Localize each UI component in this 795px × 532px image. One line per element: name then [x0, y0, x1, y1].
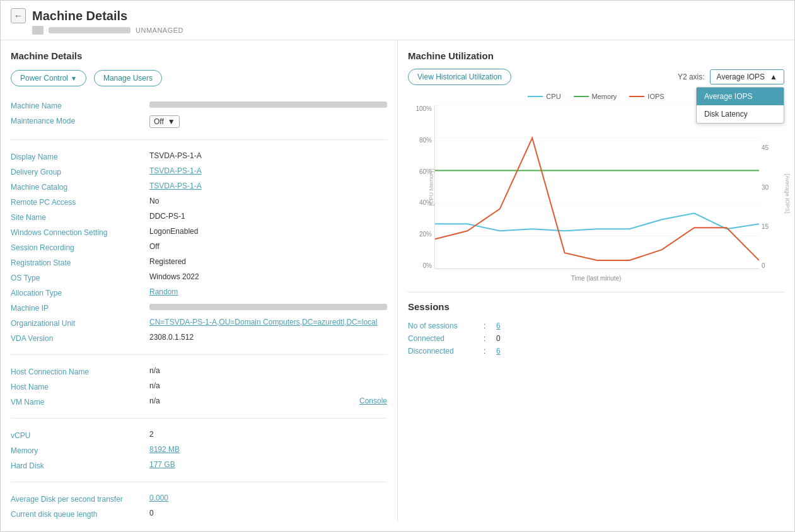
power-control-button[interactable]: Power Control ▼	[11, 70, 86, 86]
registration-state-label: Registration State	[11, 257, 149, 267]
dropdown-item-avg-iops[interactable]: Average IOPS	[697, 88, 784, 105]
sessions-section: Sessions No of sessions : 6 Connected : …	[408, 292, 784, 357]
memory-row: Memory 8192 MB	[11, 442, 387, 458]
disconnected-value[interactable]: 6	[496, 347, 501, 356]
machine-ip-label: Machine IP	[11, 303, 149, 313]
chart-svg: [CPU Memory]	[435, 105, 759, 269]
right-panel: Machine Utilization View Historical Util…	[398, 40, 794, 522]
windows-connection-row: Windows Connection Setting LogonEnabled	[11, 224, 387, 240]
y2-dropdown-wrapper: Average IOPS ▲ Average IOPS Disk Latency	[710, 69, 784, 84]
y2-dropdown-menu: Average IOPS Disk Latency	[696, 87, 784, 124]
legend-memory-label: Memory	[592, 93, 617, 100]
machine-ip-value	[149, 304, 387, 310]
machine-name-value	[149, 101, 387, 108]
host-connection-label: Host Connection Name	[11, 366, 149, 376]
machine-info: UNMANAGED	[32, 26, 784, 35]
host-name-label: Host Name	[11, 381, 149, 391]
connected-row: Connected : 0	[408, 332, 784, 345]
chart-y-axis-label-left: [CPU Memory]	[428, 168, 434, 205]
sessions-title: Sessions	[408, 301, 784, 312]
org-unit-row: Organizational Unit CN=TSVDA-PS-1-A,OU=D…	[11, 315, 387, 330]
site-name-label: Site Name	[11, 212, 149, 222]
machine-catalog-value[interactable]: TSVDA-PS-1-A	[149, 182, 387, 190]
windows-connection-value: LogonEnabled	[149, 227, 387, 236]
cpu-legend-line	[528, 96, 543, 97]
chart-x-label: Time (last minute)	[571, 275, 622, 282]
os-type-value: Windows 2022	[149, 272, 387, 281]
machine-catalog-row: Machine Catalog TSVDA-PS-1-A	[11, 179, 387, 194]
disconnected-row: Disconnected : 6	[408, 345, 784, 357]
legend-iops-label: IOPS	[647, 93, 664, 100]
org-unit-label: Organizational Unit	[11, 318, 149, 328]
avg-disk-label: Average Disk per second transfer	[11, 494, 149, 504]
y2-dropdown[interactable]: Average IOPS ▲	[710, 69, 784, 84]
back-button[interactable]: ←	[11, 8, 26, 23]
rds-license-row: Microsoft RDS License VDA and Licensing …	[11, 521, 387, 522]
chevron-down-icon: ▼	[71, 75, 77, 82]
left-panel-title: Machine Details	[11, 50, 387, 61]
disk-queue-label: Current disk queue length	[11, 509, 149, 519]
header: ← Machine Details UNMANAGED	[1, 1, 794, 40]
machine-ip-row: Machine IP	[11, 300, 387, 315]
display-name-row: Display Name TSVDA-PS-1-A	[11, 149, 387, 164]
allocation-type-value: Random	[149, 287, 387, 296]
no-of-sessions-value[interactable]: 6	[496, 321, 501, 330]
vcpu-value: 2	[149, 430, 387, 439]
connected-colon: :	[484, 334, 496, 343]
registration-state-row: Registration State Registered	[11, 255, 387, 270]
connected-value: 0	[496, 334, 501, 343]
machine-name-row: Machine Name	[11, 98, 387, 113]
vda-version-row: VDA Version 2308.0.1.512	[11, 330, 387, 345]
allocation-type-row: Allocation Type Random	[11, 285, 387, 300]
vcpu-row: vCPU 2	[11, 427, 387, 442]
page-title: Machine Details	[32, 9, 127, 23]
org-unit-value[interactable]: CN=TSVDA-PS-1-A,OU=Domain Computers,DC=a…	[149, 318, 387, 327]
hard-disk-row: Hard Disk 177 GB	[11, 458, 387, 473]
action-buttons: Power Control ▼ Manage Users	[11, 70, 387, 86]
disconnected-colon: :	[484, 347, 496, 356]
y2-selected-value: Average IOPS	[717, 72, 765, 81]
legend-cpu-label: CPU	[546, 93, 560, 100]
disk-queue-value: 0	[149, 509, 387, 518]
site-name-value: DDC-PS-1	[149, 212, 387, 221]
host-name-row: Host Name n/a	[11, 379, 387, 394]
host-name-value: n/a	[149, 381, 387, 390]
memory-label: Memory	[11, 445, 149, 455]
chart-wrapper: 100% 80% 60% 40% 20% 0%	[408, 105, 784, 282]
delivery-group-label: Delivery Group	[11, 166, 149, 176]
memory-value: 8192 MB	[149, 445, 387, 454]
chart-toolbar: View Historical Utilization Y2 axis: Ave…	[408, 69, 784, 85]
chart-y-right: 60 45 30 15 0	[759, 105, 784, 269]
no-of-sessions-colon: :	[484, 321, 496, 330]
legend-cpu: CPU	[528, 93, 560, 100]
dropdown-item-disk-latency[interactable]: Disk Latency	[697, 105, 784, 123]
manage-users-button[interactable]: Manage Users	[94, 70, 162, 86]
remote-pc-label: Remote PC Access	[11, 197, 149, 207]
session-recording-label: Session Recording	[11, 242, 149, 252]
vda-version-label: VDA Version	[11, 333, 149, 343]
allocation-type-label: Allocation Type	[11, 287, 149, 298]
no-of-sessions-label: No of sessions	[408, 321, 484, 330]
session-recording-value: Off	[149, 242, 387, 251]
vda-version-value: 2308.0.1.512	[149, 333, 387, 342]
machine-catalog-label: Machine Catalog	[11, 182, 149, 192]
console-link[interactable]: Console	[359, 396, 387, 405]
vm-name-label: VM Name	[11, 396, 149, 407]
chart-y-axis-right-label: [Average IOPS]	[784, 174, 791, 213]
site-name-row: Site Name DDC-PS-1	[11, 209, 387, 224]
delivery-group-value[interactable]: TSVDA-PS-1-A	[149, 166, 387, 175]
avg-disk-value: 0.000	[149, 494, 387, 502]
delivery-group-row: Delivery Group TSVDA-PS-1-A	[11, 164, 387, 179]
host-connection-value: n/a	[149, 366, 387, 375]
maintenance-mode-label: Maintenance Mode	[11, 115, 149, 125]
utilization-title: Machine Utilization	[408, 50, 784, 61]
windows-connection-label: Windows Connection Setting	[11, 227, 149, 237]
display-name-value: TSVDA-PS-1-A	[149, 151, 387, 160]
legend-memory: Memory	[574, 93, 617, 100]
view-historical-button[interactable]: View Historical Utilization	[408, 69, 511, 85]
remote-pc-row: Remote PC Access No	[11, 194, 387, 209]
maintenance-mode-row: Maintenance Mode Off ▼	[11, 113, 387, 130]
maintenance-mode-select[interactable]: Off ▼	[149, 115, 180, 128]
chevron-up-icon: ▲	[770, 72, 777, 81]
avg-disk-row: Average Disk per second transfer 0.000	[11, 491, 387, 506]
